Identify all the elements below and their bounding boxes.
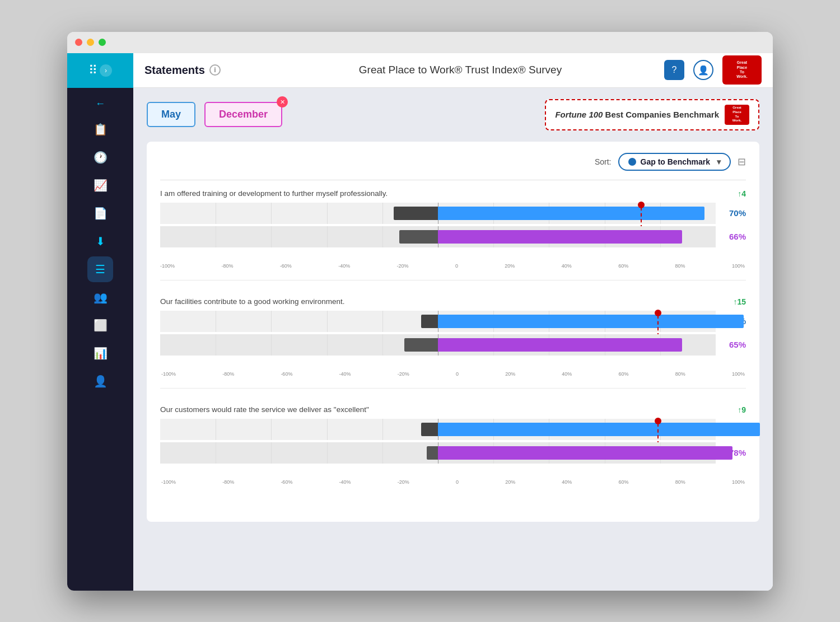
sidebar-item-analytics[interactable]: 📈 <box>87 172 113 198</box>
statement-1-bar2-chart <box>160 226 716 247</box>
sidebar-item-people[interactable]: 👥 <box>87 284 113 310</box>
sort-label: Sort: <box>595 157 612 166</box>
benchmark-gptw-badge: GreatPlaceToWork. <box>725 105 749 125</box>
s3-b2-neg-dark <box>427 446 438 460</box>
statement-block-3: Our customers would rate the service we … <box>160 405 746 496</box>
gptw-header-badge: GreatPlaceToWork. <box>722 55 762 85</box>
statement-1-bar2-pct: 66% <box>719 232 746 241</box>
statement-1-bar2-row: 66% <box>160 226 746 247</box>
info-icon[interactable]: i <box>209 64 221 76</box>
statement-3-bar2-row: 78% <box>160 442 746 464</box>
sidebar-back-btn[interactable]: ← <box>95 98 105 110</box>
statement-1-bar1-pct: 70% <box>719 208 746 218</box>
statement-1-bar1-chart: 86 <box>160 203 716 224</box>
statements-icon: ☰ <box>95 263 105 276</box>
statement-3-gap: ↑9 <box>738 405 746 414</box>
sidebar: ⠿ › ← 📋 🕐 📈 📄 ⬇ <box>67 53 133 591</box>
chevron-down-icon: ▾ <box>717 157 721 166</box>
statement-3-bar2-chart <box>160 442 716 464</box>
filter-close-button[interactable]: ✕ <box>277 96 288 107</box>
minimize-dot[interactable] <box>87 39 94 46</box>
statement-2-text: Our facilities contribute to a good work… <box>160 297 726 306</box>
statement-2-bar1-chart: 90 <box>160 311 716 332</box>
people-icon: 👥 <box>94 291 108 304</box>
help-button[interactable]: ? <box>664 60 684 80</box>
sidebar-item-chart[interactable]: 📊 <box>87 340 113 366</box>
s2-b1-neg-dark <box>421 315 438 328</box>
statement-2-axis: -100% -80% -60% -40% -20% 0 20% 40% 60% … <box>160 371 746 377</box>
s1-b1-neg-dark <box>394 207 438 220</box>
user-icon: 👤 <box>94 375 108 388</box>
maximize-dot[interactable] <box>99 39 106 46</box>
filters-row: May December ✕ Fortune 100 Best Companie… <box>147 99 759 130</box>
statement-3-bar1-chart: 90 <box>160 419 716 440</box>
statement-block-2: Our facilities contribute to a good work… <box>160 297 746 389</box>
benchmark-label: Fortune 100 Best Companies Benchmark <box>555 110 719 119</box>
filter-may-button[interactable]: May <box>147 102 195 127</box>
sidebar-item-statements[interactable]: ☰ <box>87 256 113 282</box>
titlebar <box>67 32 773 53</box>
main-content: Statements i Great Place to Work® Trust … <box>133 53 773 591</box>
statement-3-header: Our customers would rate the service we … <box>160 405 746 414</box>
sidebar-logo-area: ⠿ › <box>67 53 133 88</box>
benchmark-box: Fortune 100 Best Companies Benchmark Gre… <box>545 99 759 130</box>
s3-bench-line <box>657 423 659 445</box>
s2-b2-pos <box>438 338 682 352</box>
statement-2-bar2-row: 65% <box>160 334 746 356</box>
grid-icon: ⬜ <box>94 319 108 332</box>
statement-1-text: I am offered training or development to … <box>160 189 731 198</box>
statement-2-bar2-pct: 65% <box>719 340 746 349</box>
statement-1-axis: -100% -80% -60% -40% -20% 0 20% 40% 60% … <box>160 263 746 269</box>
statement-2-gap: ↑15 <box>733 297 746 306</box>
sort-selected-value: Gap to Benchmark <box>641 157 710 166</box>
page-title: Statements <box>144 64 205 77</box>
sidebar-expand-btn[interactable]: › <box>100 64 112 77</box>
chart-container: Sort: Gap to Benchmark ▾ ⊟ I am offered … <box>147 142 759 522</box>
statement-3-text: Our customers would rate the service we … <box>160 405 731 414</box>
s2-b2-neg-dark <box>404 338 438 352</box>
sidebar-item-user[interactable]: 👤 <box>87 368 113 394</box>
header-center-title: Great Place to Work® Trust Index® Survey <box>256 64 664 76</box>
app-window: ⠿ › ← 📋 🕐 📈 📄 ⬇ <box>67 32 773 591</box>
header: Statements i Great Place to Work® Trust … <box>133 53 773 88</box>
statement-2-header: Our facilities contribute to a good work… <box>160 297 746 306</box>
divider <box>160 180 746 180</box>
sort-dropdown[interactable]: Gap to Benchmark ▾ <box>618 153 731 171</box>
user-profile-icon: 👤 <box>698 65 709 76</box>
chart-filter-icon[interactable]: ⊟ <box>738 156 746 168</box>
sort-row: Sort: Gap to Benchmark ▾ ⊟ <box>160 153 746 171</box>
statement-2-bar2-chart <box>160 334 716 356</box>
help-icon: ? <box>672 65 677 75</box>
dashboard-icon: 📋 <box>94 123 108 136</box>
statement-1-gap: ↑4 <box>738 189 746 198</box>
sidebar-item-grid[interactable]: ⬜ <box>87 312 113 338</box>
sidebar-nav: ← 📋 🕐 📈 📄 ⬇ ☰ <box>67 88 133 400</box>
statement-block-1: I am offered training or development to … <box>160 189 746 280</box>
download-icon: ⬇ <box>96 235 105 248</box>
s1-b1-pos <box>438 207 704 220</box>
header-icons: ? 👤 GreatPlaceToWork. <box>664 55 762 85</box>
s1-bench-line <box>641 207 642 228</box>
s3-b1-pos <box>438 423 760 436</box>
close-dot[interactable] <box>75 39 82 46</box>
s1-b2-pos <box>438 230 682 244</box>
statement-1-bar1-row: 86 70% <box>160 203 746 224</box>
s3-b2-pos <box>438 446 732 460</box>
sort-dot-icon <box>628 158 636 166</box>
statement-3-axis: -100% -80% -60% -40% -20% 0 20% 40% 60% … <box>160 479 746 485</box>
user-profile-button[interactable]: 👤 <box>693 60 713 80</box>
analytics-icon: 📈 <box>94 179 108 192</box>
app-body: ⠿ › ← 📋 🕐 📈 📄 ⬇ <box>67 53 773 591</box>
history-icon: 🕐 <box>94 151 108 164</box>
s1-b2-neg-dark <box>399 230 438 244</box>
sidebar-logo-icon: ⠿ <box>88 63 97 78</box>
sidebar-item-reports[interactable]: 📄 <box>87 200 113 226</box>
sidebar-item-dashboard[interactable]: 📋 <box>87 116 113 142</box>
statement-3-bar1-row: 90 87% <box>160 419 746 440</box>
sidebar-item-history[interactable]: 🕐 <box>87 144 113 170</box>
filter-december-button[interactable]: December <box>204 102 282 127</box>
s3-b1-neg-dark <box>421 423 438 436</box>
s2-b1-pos <box>438 315 744 328</box>
statement-2-bar1-row: 90 80% <box>160 311 746 332</box>
sidebar-item-download[interactable]: ⬇ <box>87 228 113 254</box>
